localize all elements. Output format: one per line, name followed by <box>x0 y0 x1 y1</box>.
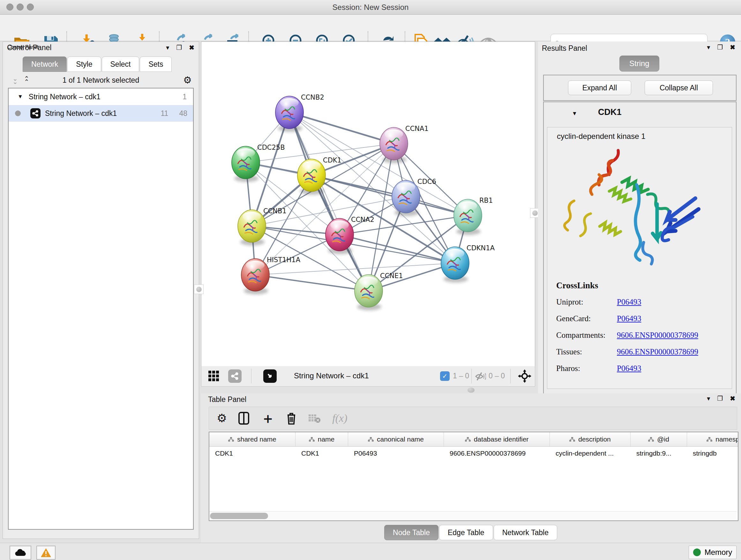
panel-close-icon[interactable]: ✖ <box>730 395 735 402</box>
panel-menu-icon[interactable]: ▾ <box>707 395 710 402</box>
hidden-eye-icon[interactable] <box>475 372 486 381</box>
panel-float-icon[interactable]: ❐ <box>717 395 723 402</box>
table-row[interactable]: CDK1CDK1P064939606.ENSP00000378699cyclin… <box>209 447 738 460</box>
network-node-CDC25B[interactable]: CDC25B <box>232 144 285 182</box>
column-header-name[interactable]: name <box>295 432 348 446</box>
expand-all-button[interactable]: Expand All <box>568 80 631 95</box>
network-node-CCNE1[interactable]: CCNE1 <box>354 272 403 310</box>
column-header-namespace[interactable]: namespace <box>687 432 738 446</box>
control-panel: Control Panel ▾ ❐ ✖ NetworkStyleSelectSe… <box>3 42 199 539</box>
tab-network-table[interactable]: Network Table <box>494 525 557 540</box>
collection-count: 1 <box>183 92 187 101</box>
minimize-window-icon[interactable] <box>17 3 23 10</box>
network-node-CCNB2[interactable]: CCNB2 <box>275 94 324 132</box>
table-cell[interactable]: cyclin-dependent ... <box>550 449 630 457</box>
tab-string[interactable]: String <box>619 56 659 71</box>
collapse-all-button[interactable]: Collapse All <box>645 80 713 95</box>
grid-view-icon[interactable] <box>208 370 220 382</box>
column-header-canonical-name[interactable]: canonical name <box>348 432 444 446</box>
column-header-@id[interactable]: @id <box>630 432 687 446</box>
section-collapse-icon[interactable]: ▼ <box>572 111 577 117</box>
show-columns-icon[interactable] <box>239 412 249 425</box>
node-label-CCNA1: CCNA1 <box>405 125 428 132</box>
network-node-CCNB1[interactable]: CCNB1 <box>238 207 286 246</box>
crosslink-row: Pharos:P06493 <box>556 364 732 373</box>
selected-count: 1 – 0 <box>453 372 469 380</box>
delete-column-icon[interactable] <box>286 412 296 425</box>
panel-close-icon[interactable]: ✖ <box>730 44 735 51</box>
crosslink-link[interactable]: 9606.ENSP00000378699 <box>617 348 698 356</box>
network-selected-status: 1 of 1 Network selected <box>3 76 199 84</box>
column-header-description[interactable]: description <box>550 432 630 446</box>
selected-checkbox-icon[interactable]: ✓ <box>440 371 450 381</box>
add-column-icon[interactable]: ＋ <box>261 412 275 425</box>
bottom-splitter-handle[interactable] <box>468 388 475 393</box>
network-collection-row[interactable]: ▼ String Network – cdk1 1 <box>9 88 193 105</box>
table-settings-gear-icon[interactable]: ⚙ <box>217 413 227 424</box>
node-table: shared namenamecanonical namedatabase id… <box>209 432 738 521</box>
collapse-all-chevron-icon[interactable]: ⌄⌄ <box>12 77 17 83</box>
column-header-shared-name[interactable]: shared name <box>209 432 295 446</box>
crosslink-link[interactable]: P06493 <box>617 314 641 323</box>
crosslinks-title: CrossLinks <box>556 281 732 291</box>
maximize-window-icon[interactable] <box>27 3 34 10</box>
expand-all-chevron-icon[interactable]: ⌃⌃ <box>24 77 28 83</box>
table-cell[interactable]: stringdb:9... <box>630 449 687 457</box>
crosslink-link[interactable]: P06493 <box>617 364 641 373</box>
crosslink-label: Compartments: <box>556 331 617 340</box>
panel-float-icon[interactable]: ❐ <box>176 44 182 51</box>
column-header-database-identifier[interactable]: database identifier <box>444 432 550 446</box>
network-edge-CCNE1-HIST1H1A[interactable] <box>255 275 368 291</box>
crosslink-label: Uniprot: <box>556 298 617 307</box>
crosslink-link[interactable]: 9606.ENSP00000378699 <box>617 331 698 340</box>
cloud-status-button[interactable] <box>10 546 31 560</box>
results-panel: Results Panel ▾ ❐ ✖ String Expand All Co… <box>538 42 741 393</box>
tab-node-table[interactable]: Node Table <box>384 525 439 540</box>
crosslink-label: Pharos: <box>556 364 617 373</box>
network-node-RB1[interactable]: RB1 <box>454 197 493 235</box>
network-row-selected[interactable]: String Network – cdk1 11 48 <box>9 105 193 122</box>
scrollbar-thumb[interactable] <box>210 513 268 519</box>
table-cell[interactable]: P06493 <box>348 449 444 457</box>
node-label-CCNE1: CCNE1 <box>380 272 403 280</box>
collection-expand-icon[interactable]: ▼ <box>17 94 23 100</box>
network-options-gear-icon[interactable]: ⚙ <box>183 75 192 85</box>
node-label-RB1: RB1 <box>479 197 493 204</box>
crosslink-label: Tissues: <box>556 348 617 356</box>
table-cell[interactable]: CDK1 <box>209 449 295 457</box>
panel-close-icon[interactable]: ✖ <box>189 44 194 51</box>
network-node-CCNA1[interactable]: CCNA1 <box>380 125 428 163</box>
tab-network[interactable]: Network <box>23 57 67 72</box>
protein-structure-image <box>561 146 711 274</box>
table-cell[interactable]: 9606.ENSP00000378699 <box>444 449 550 457</box>
network-edge-CDK1-RB1[interactable] <box>312 175 468 215</box>
toolbar-separator <box>251 369 252 383</box>
network-node-CDKN1A[interactable]: CDKN1A <box>441 244 495 283</box>
crosslink-link[interactable]: P06493 <box>617 298 641 307</box>
warning-button[interactable] <box>37 546 56 560</box>
network-node-HIST1H1A[interactable]: HIST1H1A <box>241 256 300 294</box>
close-window-icon[interactable] <box>6 3 13 10</box>
network-node-CDC6[interactable]: CDC6 <box>392 178 436 216</box>
tab-edge-table[interactable]: Edge Table <box>439 525 493 540</box>
table-cell[interactable]: stringdb <box>687 449 738 457</box>
tab-style[interactable]: Style <box>67 57 101 72</box>
tab-sets[interactable]: Sets <box>140 57 172 72</box>
birds-eye-view-icon[interactable] <box>263 369 277 383</box>
panel-menu-icon[interactable]: ▾ <box>707 44 710 51</box>
memory-button[interactable]: Memory <box>689 546 737 559</box>
table-cell[interactable]: CDK1 <box>295 449 348 457</box>
left-splitter-handle[interactable] <box>194 285 204 294</box>
tab-select[interactable]: Select <box>102 57 139 72</box>
network-label: String Network – cdk1 <box>45 109 161 118</box>
network-edge-CCNB2-CCNA1[interactable] <box>289 112 394 144</box>
panel-menu-icon[interactable]: ▾ <box>166 44 169 51</box>
table-horizontal-scrollbar[interactable] <box>209 511 737 520</box>
pan-crosshair-icon[interactable] <box>518 369 531 383</box>
network-view-title: String Network – cdk1 <box>294 371 369 380</box>
network-canvas[interactable]: CCNB2CCNA1CDC25BCDK1CDC6RB1CCNB1CCNA2CDK… <box>201 42 535 367</box>
panel-float-icon[interactable]: ❐ <box>717 44 723 51</box>
network-edge-CCNB2-CCNE1[interactable] <box>289 112 368 291</box>
column-type-icon <box>465 437 471 442</box>
network-share-icon[interactable] <box>228 369 242 383</box>
